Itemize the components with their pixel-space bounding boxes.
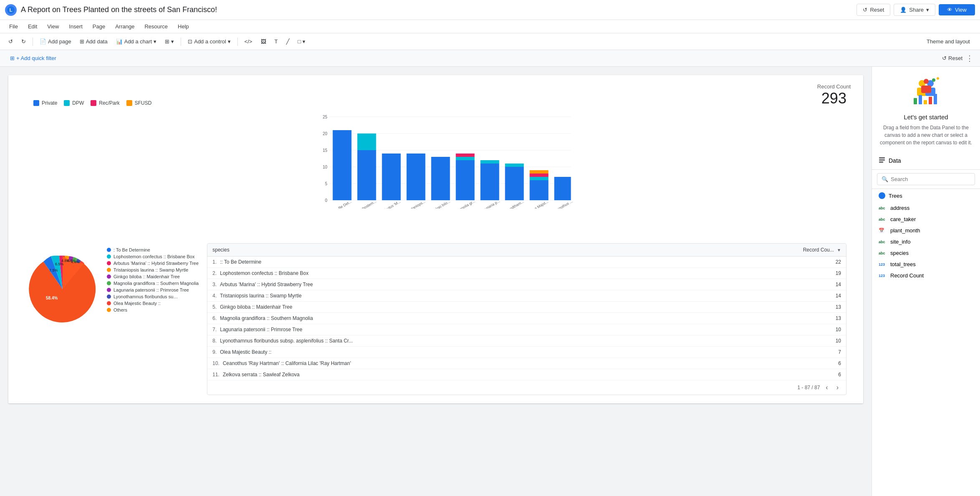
control-icon: ⊡ xyxy=(188,38,192,45)
svg-text:Lagunaria p...: Lagunaria p... xyxy=(479,199,501,209)
pie-label-4: Tristaniopsis laurina :: Swamp Myrtle xyxy=(113,267,188,272)
add-data-button[interactable]: ⊞ Add data xyxy=(76,37,111,46)
undo-button[interactable]: ↺ xyxy=(5,37,16,46)
svg-text:Arbutus 'M...: Arbutus 'M... xyxy=(381,199,401,209)
menu-view[interactable]: View xyxy=(43,22,63,31)
search-input[interactable] xyxy=(891,176,970,182)
pie-dot-7 xyxy=(107,288,111,292)
svg-text:10: 10 xyxy=(322,165,328,169)
legend-recpark: Rec/Park xyxy=(91,100,119,106)
arrange-button[interactable]: ⊞ ▾ xyxy=(161,37,177,46)
add-page-button[interactable]: 📄 Add page xyxy=(36,37,75,46)
share-icon: 👤 xyxy=(900,7,907,13)
field-item-care_taker[interactable]: abccare_taker xyxy=(872,214,980,225)
redo-button[interactable]: ↻ xyxy=(18,37,29,46)
svg-rect-19 xyxy=(382,154,401,200)
menu-resource[interactable]: Resource xyxy=(140,22,172,31)
view-button[interactable]: 👁 View xyxy=(939,4,975,15)
table-cell-count: 22 xyxy=(591,257,846,268)
svg-rect-55 xyxy=(919,95,922,104)
table-cell-species: 10.Ceanothus 'Ray Hartman' :: California… xyxy=(207,358,590,369)
panel-search[interactable]: 🔍 xyxy=(872,170,980,189)
field-item-species[interactable]: abcspecies xyxy=(872,247,980,259)
image-button[interactable]: 🖼 xyxy=(257,37,270,46)
pie-label-1: : To Be Determine xyxy=(113,247,150,252)
filter-reset-link[interactable]: ↺ Reset xyxy=(942,55,962,61)
separator-3 xyxy=(237,38,238,46)
pie-label-9: Olea Majestic Beauty :: xyxy=(113,301,161,306)
add-chart-button[interactable]: 📊 Add a chart ▾ xyxy=(113,37,160,46)
shape-button[interactable]: □ ▾ xyxy=(295,37,309,46)
menu-insert[interactable]: Insert xyxy=(65,22,87,31)
svg-rect-29 xyxy=(481,164,499,200)
field-item-site_info[interactable]: abcsite_info xyxy=(872,236,980,247)
svg-text:L: L xyxy=(10,8,13,13)
field-item-plant_month[interactable]: 📅plant_month xyxy=(872,225,980,236)
reset-button[interactable]: ↺ Reset xyxy=(857,4,890,16)
field-label: Record Count xyxy=(890,272,924,279)
text-button[interactable]: T xyxy=(271,37,281,46)
table-cell-species: 2.Lophostemon confectus :: Brisbane Box xyxy=(207,268,590,279)
main-content: Record Count 293 Private DPW Re xyxy=(0,67,980,496)
pie-label-10: Others xyxy=(113,307,127,312)
search-input-wrapper[interactable]: 🔍 xyxy=(877,173,975,185)
table-row: 7.Lagunaria patersonii :: Primrose Tree … xyxy=(207,324,846,335)
menu-edit[interactable]: Edit xyxy=(24,22,41,31)
more-options-button[interactable]: ⋮ xyxy=(966,54,973,63)
illustration xyxy=(909,75,943,108)
menu-arrange[interactable]: Arrange xyxy=(111,22,139,31)
pie-legend-item-6: Magnolia grandiflora :: Southern Magnoli… xyxy=(107,281,199,286)
pagination: 1 - 87 / 87 ‹ › xyxy=(207,380,846,395)
menu-page[interactable]: Page xyxy=(88,22,109,31)
svg-text:Lyondtham...: Lyondtham... xyxy=(504,199,525,209)
field-item-total_trees[interactable]: 123total_trees xyxy=(872,259,980,270)
svg-rect-61 xyxy=(879,157,885,159)
share-dropdown-icon: ▾ xyxy=(926,7,929,13)
svg-point-59 xyxy=(932,78,935,82)
chart-icon: 📊 xyxy=(116,38,123,45)
svg-rect-21 xyxy=(407,154,426,200)
svg-text:7.5%: 7.5% xyxy=(49,268,58,272)
data-source-trees[interactable]: Trees xyxy=(872,189,980,202)
pie-label-3: Arbutus 'Marina' :: Hybrid Strawberry Tr… xyxy=(113,261,199,266)
theme-layout-button[interactable]: Theme and layout xyxy=(922,37,975,46)
prev-page-button[interactable]: ‹ xyxy=(823,383,830,392)
table-cell-count: 14 xyxy=(591,279,846,290)
pie-legend-item-10: Others xyxy=(107,307,199,312)
toolbar: ↺ ↻ 📄 Add page ⊞ Add data 📊 Add a chart … xyxy=(0,33,980,50)
pie-legend-item-8: Lyonothamnus floribundus subsp. asplenif… xyxy=(107,294,199,299)
svg-rect-27 xyxy=(456,154,475,157)
field-label: address xyxy=(890,205,909,211)
123-icon: 123 xyxy=(879,274,887,278)
canvas-area[interactable]: Record Count 293 Private DPW Re xyxy=(0,67,872,496)
add-quick-filter-button[interactable]: ⊞ + Add quick filter xyxy=(7,53,60,63)
123-icon: 123 xyxy=(879,262,887,267)
svg-point-52 xyxy=(924,79,929,84)
svg-rect-30 xyxy=(481,160,499,164)
line-button[interactable]: ╱ xyxy=(283,37,293,46)
top-bar: L A Report on Trees Planted on the stree… xyxy=(0,0,980,20)
field-item-record-count[interactable]: 123Record Count xyxy=(872,270,980,281)
svg-rect-14 xyxy=(333,130,352,200)
next-page-button[interactable]: › xyxy=(834,383,841,392)
svg-rect-38 xyxy=(530,170,549,174)
svg-text:5: 5 xyxy=(325,181,328,186)
text-icon: T xyxy=(275,38,278,45)
svg-text:0: 0 xyxy=(325,198,328,203)
share-button[interactable]: 👤 Share ▾ xyxy=(894,4,935,16)
table-row: 4.Tristaniopsis laurina :: Swamp Myrtle … xyxy=(207,290,846,302)
menu-help[interactable]: Help xyxy=(174,22,193,31)
menu-file[interactable]: File xyxy=(5,22,22,31)
field-item-address[interactable]: abcaddress xyxy=(872,202,980,214)
pie-legend-item-7: Lagunaria patersonii :: Primrose Tree xyxy=(107,287,199,292)
svg-rect-16 xyxy=(358,150,376,200)
svg-text:: To Be Det...: : To Be Det... xyxy=(332,199,353,209)
svg-rect-53 xyxy=(921,86,931,93)
add-control-button[interactable]: ⊡ Add a control ▾ xyxy=(184,37,234,46)
separator-2 xyxy=(181,38,181,46)
arrange-icon: ⊞ xyxy=(165,38,169,45)
table-cell-count: 13 xyxy=(591,302,846,313)
pie-dot-10 xyxy=(107,308,111,312)
code-button[interactable]: </> xyxy=(241,37,256,46)
svg-text:25: 25 xyxy=(322,115,328,119)
